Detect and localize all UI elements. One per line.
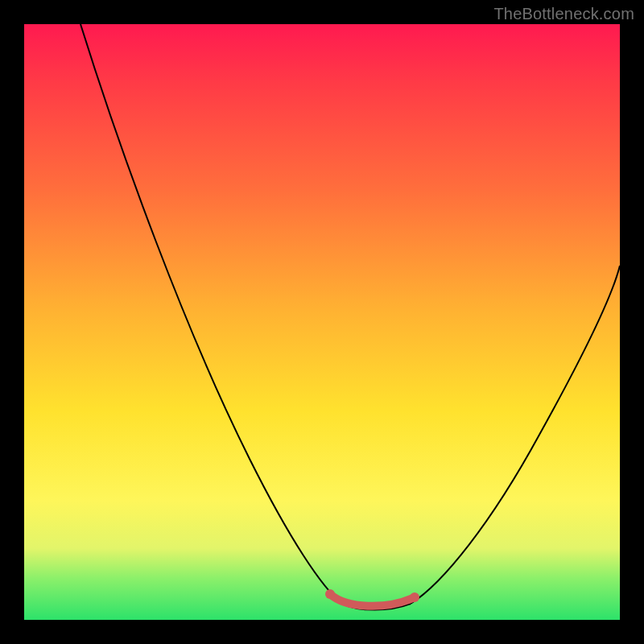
highlight-dot-right bbox=[410, 592, 419, 602]
curve-left-branch bbox=[80, 24, 342, 604]
watermark-text: TheBottleneck.com bbox=[493, 5, 634, 23]
highlight-band bbox=[330, 594, 415, 606]
outer-frame: TheBottleneck.com bbox=[0, 0, 644, 644]
highlight-dot-left bbox=[325, 589, 335, 599]
plot-area bbox=[24, 24, 620, 620]
curve-svg bbox=[24, 24, 620, 620]
curve-right-branch bbox=[411, 266, 620, 604]
